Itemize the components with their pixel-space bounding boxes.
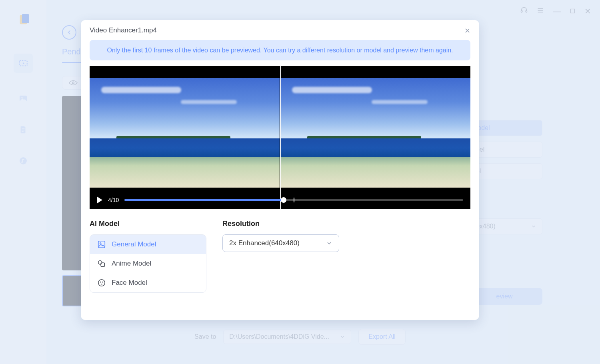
svg-point-18 <box>100 282 101 282</box>
resolution-heading: Resolution <box>222 220 339 228</box>
original-pane <box>90 78 280 188</box>
frame-counter: 4/10 <box>108 197 119 203</box>
ai-model-option-face[interactable]: Face Model <box>90 273 206 292</box>
enhanced-pane <box>280 78 470 188</box>
ai-model-option-general[interactable]: General Model <box>90 235 206 254</box>
ai-model-label: Face Model <box>112 279 147 287</box>
ai-model-heading: AI Model <box>90 220 206 228</box>
video-compare-area: 4/10 <box>90 66 470 209</box>
modal-title: Video Enhancer1.mp4 <box>90 26 470 34</box>
image-icon <box>97 240 106 249</box>
svg-rect-13 <box>98 241 105 248</box>
face-icon <box>97 278 106 287</box>
shapes-icon <box>97 259 106 268</box>
svg-point-14 <box>100 243 101 244</box>
svg-point-19 <box>102 282 103 282</box>
seek-track[interactable] <box>124 199 463 201</box>
resolution-select[interactable]: 2x Enhanced(640x480) <box>222 234 339 252</box>
ai-model-option-anime[interactable]: Anime Model <box>90 254 206 273</box>
ai-model-label: General Model <box>112 240 156 248</box>
svg-point-17 <box>98 280 105 286</box>
play-icon[interactable] <box>97 196 102 204</box>
resolution-value: 2x Enhanced(640x480) <box>229 239 300 247</box>
svg-point-15 <box>98 261 102 264</box>
ai-model-label: Anime Model <box>112 260 151 268</box>
close-icon[interactable]: ✕ <box>464 26 470 35</box>
preview-modal: Video Enhancer1.mp4 ✕ Only the first 10 … <box>81 20 479 320</box>
chevron-down-icon <box>326 240 332 246</box>
compare-divider[interactable] <box>280 66 281 209</box>
playback-bar: 4/10 <box>97 196 463 204</box>
info-banner: Only the first 10 frames of the video ca… <box>90 40 470 60</box>
seek-knob[interactable] <box>281 197 286 203</box>
ai-model-list: General Model Anime Model Face Model <box>90 234 206 293</box>
